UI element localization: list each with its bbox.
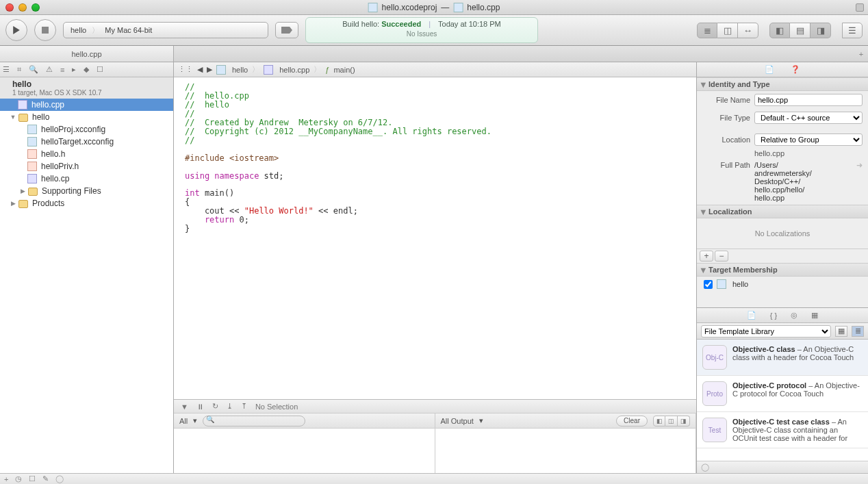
symbol-navigator-icon[interactable]: ⌗ (17, 65, 21, 74)
scheme-selector[interactable]: hello 〉 My Mac 64-bit (63, 22, 268, 38)
tree-item-hello-cpp[interactable]: hello.cpp (0, 99, 173, 111)
cpp-file-icon (18, 100, 27, 110)
log-navigator-icon[interactable]: ☐ (97, 65, 103, 74)
assistant-editor-button[interactable]: ◫ (717, 23, 738, 38)
full-path-label: Full Path (702, 161, 750, 169)
crumb-symbol[interactable]: main() (333, 66, 355, 74)
step-over-icon[interactable]: ⤓ (227, 402, 233, 411)
tree-item-target-xcconfig[interactable]: helloTarget.xcconfig (0, 136, 173, 148)
tree-item-hellopriv-h[interactable]: helloPriv.h (0, 160, 173, 173)
file-template-lib-icon[interactable]: 📄 (747, 311, 756, 320)
standard-editor-button[interactable]: ≣ (697, 23, 717, 38)
quick-help-icon[interactable]: ❓ (791, 65, 800, 74)
object-lib-icon[interactable]: ◎ (791, 311, 797, 320)
media-lib-icon[interactable]: ▦ (811, 311, 818, 320)
add-button[interactable]: + (4, 475, 8, 483)
reveal-path-icon[interactable]: ➜ (856, 161, 863, 170)
library-filter-icon[interactable]: ◯ (701, 463, 709, 472)
step-into-icon[interactable]: ⤒ (241, 402, 247, 411)
file-inspector-icon[interactable]: 📄 (765, 65, 774, 74)
library-item-objc-class[interactable]: Obj-C Objective-C class – An Objective-C… (697, 340, 868, 376)
title-file: hello.cpp (467, 3, 500, 12)
console-scope[interactable]: All Output (441, 417, 474, 425)
template-icon: Proto (702, 381, 727, 406)
breakpoints-button[interactable] (275, 22, 298, 38)
console-mid-icon[interactable]: ◫ (665, 416, 678, 426)
variables-filter[interactable] (203, 416, 305, 426)
run-button[interactable] (5, 19, 27, 41)
project-navigator-icon[interactable]: ☰ (3, 65, 10, 74)
jump-bar: ⋮⋮ ◀ ▶ hello 〉 hello.cpp 〉 ƒ main() (174, 62, 696, 77)
no-selection-label: No Selection (255, 403, 298, 411)
back-button[interactable]: ◀ (197, 65, 203, 74)
toggle-debug-button[interactable]: ▤ (790, 23, 810, 38)
forward-button[interactable]: ▶ (207, 65, 212, 74)
library-grid-mode[interactable]: ▦ (835, 326, 847, 337)
library-select[interactable]: File Template Library (701, 325, 831, 337)
pause-icon[interactable]: ⏸ (196, 403, 204, 411)
filter-field-icon[interactable]: ◯ (55, 474, 64, 483)
search-navigator-icon[interactable]: 🔍 (29, 65, 38, 74)
source-editor[interactable]: // // hello.cpp // hello // // Created b… (174, 77, 696, 399)
hide-debug-icon[interactable]: ▼ (181, 403, 188, 411)
file-type-label: File Type (702, 114, 750, 122)
library-item-objc-protocol[interactable]: Proto Objective-C protocol – An Objectiv… (697, 376, 868, 412)
console-right-icon[interactable]: ◨ (678, 416, 690, 426)
file-type-select[interactable]: Default - C++ source (754, 112, 863, 124)
continue-icon[interactable]: ↻ (212, 402, 218, 411)
crumb-file[interactable]: hello.cpp (279, 66, 309, 74)
tree-item-supporting-files[interactable]: ▶ Supporting Files (0, 185, 173, 197)
location-select[interactable]: Relative to Group (754, 133, 863, 146)
close-window-button[interactable] (5, 3, 14, 12)
breakpoint-navigator-icon[interactable]: ◆ (84, 65, 89, 74)
code-snippet-lib-icon[interactable]: { } (770, 311, 777, 320)
debug-navigator-icon[interactable]: ▸ (72, 65, 76, 74)
variables-view: All▾ (174, 413, 435, 473)
scheme-target: hello (71, 26, 86, 34)
identity-section-header[interactable]: ▶Identity and Type (697, 77, 868, 91)
svg-rect-0 (42, 27, 49, 34)
file-name-field[interactable] (754, 94, 863, 106)
tree-item-products[interactable]: ▶ Products (0, 197, 173, 209)
library-item-objc-testcase[interactable]: Test Objective-C test case class – An Ob… (697, 412, 868, 448)
project-crumb-icon (216, 65, 226, 75)
editor-area: ⋮⋮ ◀ ▶ hello 〉 hello.cpp 〉 ƒ main() // /… (174, 62, 696, 473)
console-left-icon[interactable]: ◧ (653, 416, 665, 426)
localization-section-header[interactable]: ▶Localization (697, 205, 868, 218)
file-crumb-icon (264, 65, 273, 75)
new-tab-button[interactable]: + (854, 46, 868, 62)
toggle-utilities-button[interactable]: ◨ (810, 23, 831, 38)
tree-item-proj-xcconfig[interactable]: helloProj.xcconfig (0, 123, 173, 136)
scm-icon[interactable]: ☐ (29, 474, 36, 483)
remove-localization-button[interactable]: − (715, 251, 728, 262)
target-section-header[interactable]: ▶Target Membership (697, 263, 868, 277)
library-list-mode[interactable]: ≣ (852, 326, 864, 337)
issue-navigator-icon[interactable]: ⚠ (46, 65, 53, 74)
toggle-navigator-button[interactable]: ◧ (769, 23, 790, 38)
crumb-project[interactable]: hello (232, 66, 248, 74)
tree-item-hello-h[interactable]: hello.h (0, 148, 173, 160)
navigator-filter-bar: + ◷ ☐ ✎ ◯ (0, 473, 868, 484)
variables-scope[interactable]: All (179, 417, 188, 425)
tree-item-hello-cp[interactable]: hello.cp (0, 173, 173, 185)
add-localization-button[interactable]: + (700, 251, 713, 262)
tree-item-hello-folder[interactable]: ▼ hello (0, 111, 173, 123)
activity-time: Today at 10:18 PM (438, 20, 501, 28)
clear-console-button[interactable]: Clear (616, 416, 648, 426)
recent-icon[interactable]: ◷ (15, 474, 22, 483)
tab-hello-cpp[interactable]: hello.cpp (0, 46, 174, 62)
view-toggle-segmented: ◧ ▤ ◨ (769, 23, 831, 38)
zoom-window-button[interactable] (31, 3, 40, 12)
test-navigator-icon[interactable]: ≡ (60, 66, 64, 74)
project-root[interactable]: hello 1 target, Mac OS X SDK 10.7 (0, 77, 173, 99)
related-items-icon[interactable]: ⋮⋮ (178, 65, 193, 74)
stop-button[interactable] (34, 19, 56, 41)
debug-area: All▾ All Output▾ Clear ◧ ◫ ◨ (174, 413, 696, 473)
organizer-button[interactable]: ☰ (842, 23, 863, 38)
target-checkbox[interactable] (704, 280, 713, 289)
version-editor-button[interactable]: ↔ (738, 23, 758, 38)
filter-icon[interactable]: ✎ (42, 474, 49, 483)
fullscreen-button[interactable] (856, 3, 864, 12)
minimize-window-button[interactable] (18, 3, 27, 12)
file-icon (453, 3, 463, 12)
